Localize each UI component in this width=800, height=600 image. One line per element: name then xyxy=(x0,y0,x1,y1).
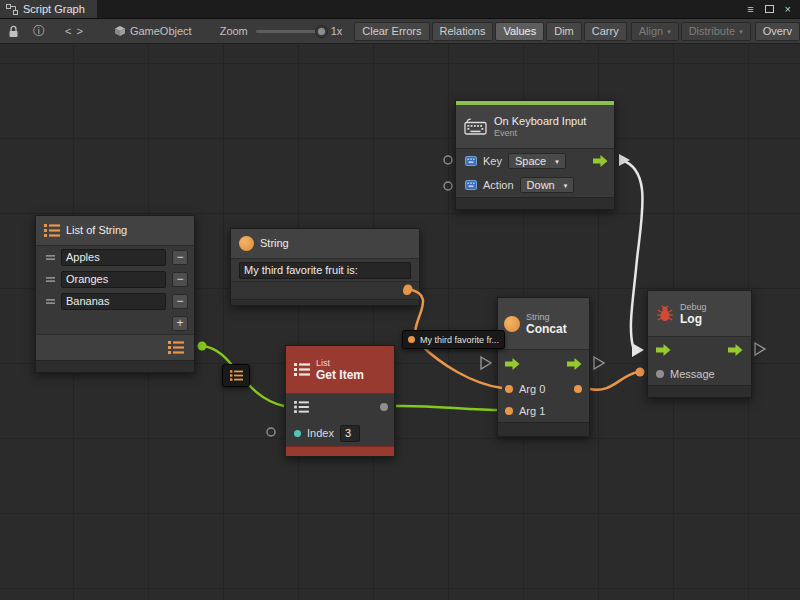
list-output-port[interactable] xyxy=(198,342,207,351)
index-label: Index xyxy=(307,427,334,439)
zoom-label: Zoom xyxy=(220,25,248,37)
string-value-field[interactable]: My third favorite fruit is: xyxy=(239,262,411,279)
wire-keyboard-to-log[interactable] xyxy=(621,160,643,347)
list-input-icon[interactable] xyxy=(294,401,309,413)
node-title: String xyxy=(260,237,289,250)
flow-in-marker-log[interactable] xyxy=(632,343,644,357)
distribute-label: Distribute xyxy=(689,25,735,37)
flow-out-marker-concat[interactable] xyxy=(594,357,604,369)
action-label: Action xyxy=(483,179,514,191)
graph-owner[interactable]: GameObject xyxy=(114,25,192,37)
list-item-field[interactable]: Oranges xyxy=(61,271,166,288)
string-output-port[interactable] xyxy=(403,287,411,295)
info-icon[interactable]: ⓘ xyxy=(33,23,45,40)
index-field[interactable]: 3 xyxy=(340,425,360,442)
message-input-port[interactable] xyxy=(656,370,664,378)
get-item-node[interactable]: List Get Item Index 3 xyxy=(285,345,395,457)
drag-handle-icon[interactable] xyxy=(46,254,55,261)
remove-item-button[interactable]: − xyxy=(172,250,188,265)
flow-output-arrow[interactable] xyxy=(593,155,608,167)
edit-script-icon[interactable]: < > xyxy=(65,25,84,37)
arg1-label: Arg 1 xyxy=(519,405,545,417)
clear-errors-button[interactable]: Clear Errors xyxy=(354,22,429,41)
node-title: List of String xyxy=(66,224,127,237)
wire-getitem-to-concat[interactable] xyxy=(396,406,502,410)
list-value-preview xyxy=(222,364,250,387)
list-item-field[interactable]: Bananas xyxy=(61,293,166,310)
arg0-input-port[interactable] xyxy=(505,385,513,393)
action-dropdown[interactable]: Down ▾ xyxy=(520,177,575,193)
port-circle-index[interactable] xyxy=(267,428,275,436)
key-value: Space xyxy=(515,155,546,167)
node-category: List xyxy=(316,358,364,369)
remove-item-button[interactable]: − xyxy=(172,272,188,287)
list-of-string-node[interactable]: List of String Apples − Oranges − Banana… xyxy=(35,215,195,373)
align-dropdown[interactable]: Align ▾ xyxy=(631,22,679,41)
window-close-icon[interactable]: × xyxy=(785,3,791,15)
flow-output-arrow[interactable] xyxy=(567,358,582,370)
distribute-dropdown[interactable]: Distribute ▾ xyxy=(681,22,751,41)
lock-icon[interactable] xyxy=(8,25,19,38)
key-dropdown[interactable]: Space ▾ xyxy=(508,153,566,169)
zoom-value: 1x xyxy=(331,25,343,37)
debug-log-node[interactable]: Debug Log Message xyxy=(647,290,752,398)
port-circle-action[interactable] xyxy=(444,182,452,190)
string-literal-node[interactable]: String My third favorite fruit is: xyxy=(230,228,420,306)
port-circle-key[interactable] xyxy=(444,156,452,164)
relations-button[interactable]: Relations xyxy=(432,22,494,41)
arg1-input-port[interactable] xyxy=(505,407,513,415)
wire-concat-to-log[interactable] xyxy=(590,372,638,390)
node-title: On Keyboard Input xyxy=(494,115,586,128)
gameobject-label: GameObject xyxy=(130,25,192,37)
chevron-down-icon: ▾ xyxy=(667,28,671,35)
overview-button[interactable]: Overv xyxy=(755,22,800,41)
zoom-slider[interactable] xyxy=(256,30,324,33)
window-menu-icon[interactable]: ≡ xyxy=(747,3,753,15)
flow-out-marker-keyboard[interactable] xyxy=(619,154,630,166)
keycode-icon xyxy=(465,179,477,191)
values-button[interactable]: Values xyxy=(495,22,544,41)
node-category: Debug xyxy=(680,302,707,313)
flow-output-arrow[interactable] xyxy=(728,344,743,356)
arg0-label: Arg 0 xyxy=(519,383,545,395)
flow-in-marker-concat[interactable] xyxy=(481,357,491,369)
window-tab-bar: Script Graph ≡ × xyxy=(0,0,800,19)
string-value-dot xyxy=(408,336,415,343)
zoom-slider-knob[interactable] xyxy=(316,26,327,37)
flow-out-marker-log[interactable] xyxy=(755,343,765,355)
chevron-down-icon: ▾ xyxy=(555,158,559,165)
list-output-icon[interactable] xyxy=(168,341,184,354)
node-title: Log xyxy=(680,313,707,326)
item-output-port[interactable] xyxy=(380,403,388,411)
align-label: Align xyxy=(639,25,663,37)
flow-input-arrow[interactable] xyxy=(656,344,671,356)
node-title: Get Item xyxy=(316,369,364,382)
index-input-port[interactable] xyxy=(294,430,301,437)
carry-button[interactable]: Carry xyxy=(584,22,627,41)
window-maximize-icon[interactable] xyxy=(765,5,774,13)
string-type-icon xyxy=(504,316,520,332)
concat-node[interactable]: String Concat Arg 0 Arg 1 xyxy=(497,297,590,437)
drag-handle-icon[interactable] xyxy=(46,276,55,283)
tab-script-graph[interactable]: Script Graph xyxy=(0,0,97,18)
message-label: Message xyxy=(670,368,715,380)
tab-title: Script Graph xyxy=(23,3,85,15)
remove-item-button[interactable]: − xyxy=(172,294,188,309)
gameobject-icon xyxy=(114,25,126,37)
node-title: Concat xyxy=(526,323,567,336)
chevron-down-icon: ▾ xyxy=(564,182,568,189)
list-item-field[interactable]: Apples xyxy=(61,249,166,266)
list-icon xyxy=(230,370,243,381)
node-subtitle: Event xyxy=(494,128,586,139)
on-keyboard-input-node[interactable]: On Keyboard Input Event Key Space ▾ xyxy=(455,100,615,210)
result-output-port[interactable] xyxy=(574,385,582,393)
dim-button[interactable]: Dim xyxy=(546,22,582,41)
key-label: Key xyxy=(483,155,502,167)
list-icon xyxy=(44,224,60,237)
add-item-button[interactable]: + xyxy=(172,316,188,331)
drag-handle-icon[interactable] xyxy=(46,298,55,305)
graph-canvas[interactable]: List of String Apples − Oranges − Banana… xyxy=(0,44,800,600)
flow-input-arrow[interactable] xyxy=(505,358,520,370)
log-message-wire-end[interactable] xyxy=(636,368,645,377)
script-graph-icon xyxy=(6,4,18,15)
